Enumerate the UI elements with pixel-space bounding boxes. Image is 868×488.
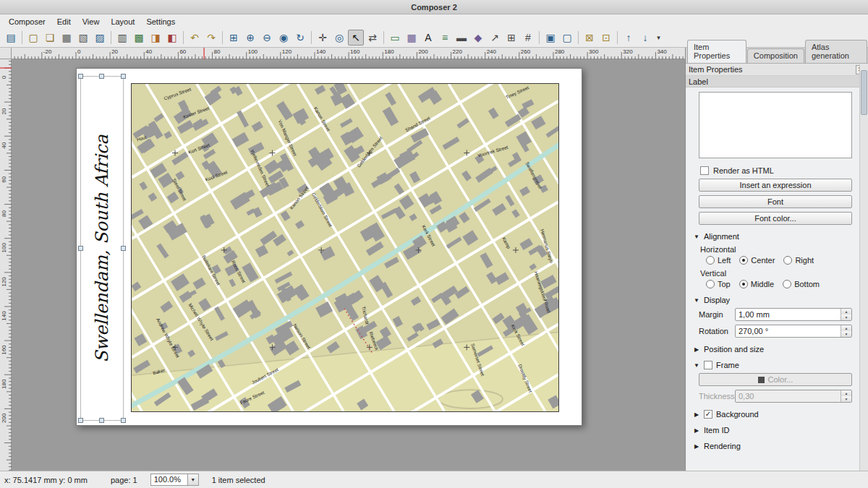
menu-settings[interactable]: Settings xyxy=(140,16,181,27)
rotation-spinbox[interactable]: 270,00 ° ▲▼ xyxy=(735,325,852,338)
zoom-out-icon[interactable]: ⊖ xyxy=(259,30,275,46)
valign-bottom-radio[interactable]: Bottom xyxy=(783,280,820,288)
spin-down-icon[interactable]: ▼ xyxy=(841,314,851,320)
section-display[interactable]: ▼ Display xyxy=(693,296,852,304)
new-composition-icon[interactable]: ▢ xyxy=(25,30,41,46)
spin-down-icon[interactable]: ▼ xyxy=(841,331,851,337)
spin-up-icon[interactable]: ▲ xyxy=(841,309,851,314)
select-move-item-tool-icon[interactable]: ↖ xyxy=(348,30,364,46)
halign-center-radio[interactable]: Center xyxy=(739,256,775,265)
add-attribute-table-icon[interactable]: ⊞ xyxy=(503,30,519,46)
refresh-view-icon[interactable]: ↻ xyxy=(292,30,308,46)
export-as-svg-icon[interactable]: ◨ xyxy=(148,30,163,46)
redo-icon[interactable]: ↷ xyxy=(203,30,219,46)
background-checkbox[interactable] xyxy=(704,410,712,419)
thickness-label: Thickness xyxy=(699,392,735,401)
lock-selected-items-icon[interactable]: ⊠ xyxy=(582,30,597,46)
composer-manager-icon[interactable]: ▦ xyxy=(59,30,75,46)
selection-handle[interactable] xyxy=(121,246,126,251)
halign-right-radio[interactable]: Right xyxy=(783,256,814,265)
selection-handle[interactable] xyxy=(78,74,83,79)
tab-composition[interactable]: Composition xyxy=(747,48,804,63)
window-titlebar[interactable]: Composer 2 xyxy=(0,0,868,14)
selection-handle[interactable] xyxy=(78,246,83,251)
selection-handle[interactable] xyxy=(121,74,126,79)
add-image-icon[interactable]: ▦ xyxy=(404,30,420,46)
spinner-arrows[interactable]: ▲▼ xyxy=(841,325,851,337)
selection-handle[interactable] xyxy=(99,418,104,423)
map-item[interactable]: Cyprus StreetKoster StreetTiney StreetHo… xyxy=(131,83,559,412)
pan-tool-icon[interactable]: ✛ xyxy=(315,30,331,46)
menu-view[interactable]: View xyxy=(77,16,106,27)
group-items-icon[interactable]: ▣ xyxy=(542,30,558,46)
add-new-map-icon[interactable]: ▭ xyxy=(387,30,403,46)
zoom-in-icon[interactable]: ⊕ xyxy=(242,30,258,46)
label-text-input[interactable] xyxy=(699,92,852,158)
spin-up-icon[interactable]: ▲ xyxy=(841,325,851,331)
unlock-all-items-icon[interactable]: ⊡ xyxy=(598,30,614,46)
scrollbar-thumb[interactable] xyxy=(861,70,867,115)
add-html-frame-icon[interactable]: # xyxy=(520,30,536,46)
insert-expression-button[interactable]: Insert an expression xyxy=(699,179,852,192)
move-item-content-tool-icon[interactable]: ⇄ xyxy=(365,30,380,46)
section-alignment[interactable]: ▼ Alignment xyxy=(693,232,852,241)
group-label: Label xyxy=(686,76,868,87)
tab-item-properties[interactable]: Item Properties xyxy=(687,40,746,63)
section-position-size[interactable]: ▶ Position and size xyxy=(693,345,852,354)
raise-selected-items-icon[interactable]: ↑ xyxy=(621,30,637,46)
section-background[interactable]: ▶ Background xyxy=(693,410,852,419)
tab-atlas-generation[interactable]: Atlas generation xyxy=(805,40,867,63)
zoom-full-icon[interactable]: ⊞ xyxy=(226,30,242,46)
print-composition-icon[interactable]: ▥ xyxy=(114,30,130,46)
undo-icon[interactable]: ↶ xyxy=(187,30,203,46)
selection-handle[interactable] xyxy=(78,418,83,423)
export-as-pdf-icon[interactable]: ◧ xyxy=(164,30,180,46)
add-new-legend-icon[interactable]: ≡ xyxy=(437,30,453,46)
load-from-template-icon[interactable]: ▧ xyxy=(75,30,91,46)
add-new-label-icon[interactable]: A xyxy=(420,30,436,46)
save-project-icon[interactable]: ▤ xyxy=(3,30,19,46)
selection-handle[interactable] xyxy=(99,74,104,79)
save-as-template-icon[interactable]: ▨ xyxy=(92,30,108,46)
font-button[interactable]: Font xyxy=(699,195,852,208)
section-rendering[interactable]: ▶ Rendering xyxy=(693,442,852,450)
zoom-dropdown-icon[interactable]: ▾ xyxy=(188,474,199,486)
export-as-image-icon[interactable]: ▩ xyxy=(131,30,147,46)
valign-middle-radio[interactable]: Middle xyxy=(739,280,774,288)
ungroup-items-icon[interactable]: ▢ xyxy=(559,30,575,46)
add-arrow-icon[interactable]: ↗ xyxy=(487,30,503,46)
selection-handle[interactable] xyxy=(121,418,126,423)
margin-row: Margin 1,00 mm ▲▼ xyxy=(699,308,852,321)
render-as-html-row[interactable]: Render as HTML xyxy=(700,166,852,175)
panel-scrollbar[interactable] xyxy=(859,64,868,471)
halign-left-radio[interactable]: Left xyxy=(706,256,731,265)
add-new-scalebar-icon[interactable]: ▬ xyxy=(454,30,469,46)
zoom-combobox[interactable]: 100.0% ▾ xyxy=(150,474,199,486)
composition-page[interactable]: Swellendam, South Africa Cyprus StreetKo… xyxy=(76,68,582,426)
add-shape-icon[interactable]: ◆ xyxy=(470,30,486,46)
spinner-arrows[interactable]: ▲▼ xyxy=(841,309,851,320)
raise-lower-dropdown-icon[interactable]: ▾ xyxy=(654,30,663,46)
page-indicator: page: 1 xyxy=(111,476,137,484)
menu-layout[interactable]: Layout xyxy=(105,16,140,27)
font-color-button[interactable]: Font color... xyxy=(699,212,852,225)
menu-edit[interactable]: Edit xyxy=(51,16,77,27)
zoom-tool-icon[interactable]: ◎ xyxy=(331,30,347,46)
svg-text:180: 180 xyxy=(384,48,394,55)
composition-canvas[interactable]: Swellendam, South Africa Cyprus StreetKo… xyxy=(12,59,685,471)
zoom-value[interactable]: 100.0% xyxy=(150,474,188,486)
frame-checkbox[interactable] xyxy=(704,361,712,369)
render-as-html-checkbox[interactable] xyxy=(700,166,709,175)
svg-text:340: 340 xyxy=(657,48,667,55)
menu-composer[interactable]: Composer xyxy=(3,16,51,27)
duplicate-composition-icon[interactable]: ❏ xyxy=(42,30,58,46)
lower-selected-items-icon[interactable]: ↓ xyxy=(637,30,653,46)
section-frame[interactable]: ▼ Frame xyxy=(693,361,852,369)
margin-spinbox[interactable]: 1,00 mm ▲▼ xyxy=(735,308,852,321)
main-area: -200204060801001201401601802002202402602… xyxy=(0,48,868,471)
section-item-id[interactable]: ▶ Item ID xyxy=(693,426,852,435)
collapse-arrow-icon: ▼ xyxy=(693,234,700,240)
valign-top-radio[interactable]: Top xyxy=(706,280,731,288)
zoom-actual-icon[interactable]: ◉ xyxy=(276,30,292,46)
label-item[interactable]: Swellendam, South Africa xyxy=(80,76,124,421)
